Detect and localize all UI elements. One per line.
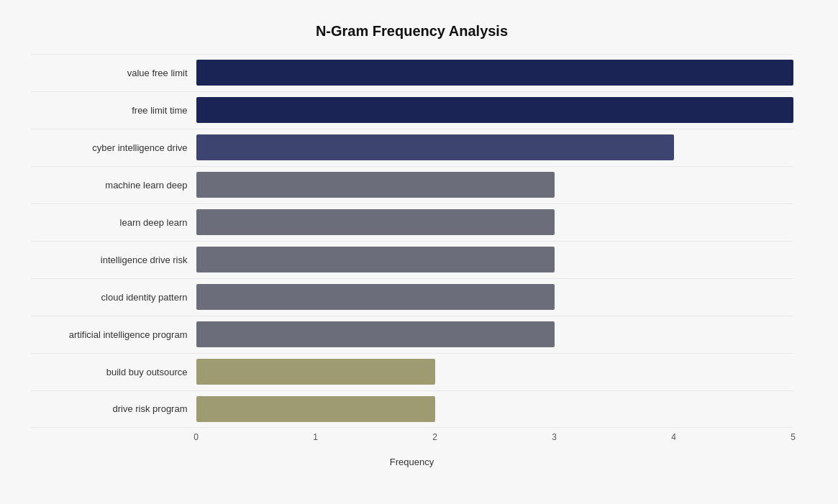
bar-track — [196, 97, 793, 123]
x-axis: 012345 — [196, 432, 793, 454]
bar-row: value free limit — [31, 54, 793, 91]
bar-track — [196, 134, 793, 160]
bar-fill — [196, 209, 555, 235]
bar-label: build buy outsource — [31, 367, 196, 377]
bar-fill — [196, 134, 674, 160]
bar-label: cyber intelligence drive — [31, 142, 196, 153]
bar-label: cloud identity pattern — [31, 292, 196, 303]
bar-label: machine learn deep — [31, 180, 196, 191]
x-axis-label: Frequency — [31, 457, 793, 467]
x-tick: 0 — [193, 432, 199, 442]
x-tick: 5 — [791, 432, 796, 442]
bar-track — [196, 172, 793, 198]
bar-track — [196, 321, 793, 347]
bar-track — [196, 60, 793, 86]
bar-track — [196, 209, 793, 235]
bar-row: build buy outsource — [31, 353, 793, 390]
bar-track — [196, 396, 793, 422]
bar-label: value free limit — [31, 68, 196, 78]
bar-fill — [196, 396, 435, 422]
bar-row: intelligence drive risk — [31, 241, 793, 278]
x-axis-container: 012345 — [31, 432, 793, 454]
x-tick: 4 — [671, 432, 676, 442]
bar-row: drive risk program — [31, 390, 793, 428]
chart-title: N-Gram Frequency Analysis — [31, 23, 793, 40]
bar-label: intelligence drive risk — [31, 255, 196, 265]
chart-container: N-Gram Frequency Analysis value free lim… — [24, 9, 815, 496]
bar-label: free limit time — [31, 105, 196, 116]
bar-row: free limit time — [31, 91, 793, 129]
bar-fill — [196, 284, 555, 310]
x-tick: 2 — [432, 432, 437, 442]
bar-row: cyber intelligence drive — [31, 129, 793, 166]
bar-label: drive risk program — [31, 403, 196, 414]
bar-track — [196, 359, 793, 385]
bar-track — [196, 247, 793, 272]
x-tick: 1 — [313, 432, 318, 442]
bar-row: machine learn deep — [31, 166, 793, 203]
bar-label: learn deep learn — [31, 217, 196, 228]
bar-track — [196, 284, 793, 310]
bar-label: artificial intelligence program — [31, 329, 196, 340]
bar-fill — [196, 359, 435, 385]
bar-fill — [196, 172, 555, 198]
bar-fill — [196, 60, 793, 86]
bar-row: cloud identity pattern — [31, 278, 793, 316]
chart-area: value free limitfree limit timecyber int… — [31, 54, 793, 428]
bar-fill — [196, 247, 555, 272]
bar-row: learn deep learn — [31, 203, 793, 241]
x-tick: 3 — [552, 432, 557, 442]
bar-fill — [196, 321, 555, 347]
bar-fill — [196, 97, 793, 123]
bar-row: artificial intelligence program — [31, 316, 793, 353]
